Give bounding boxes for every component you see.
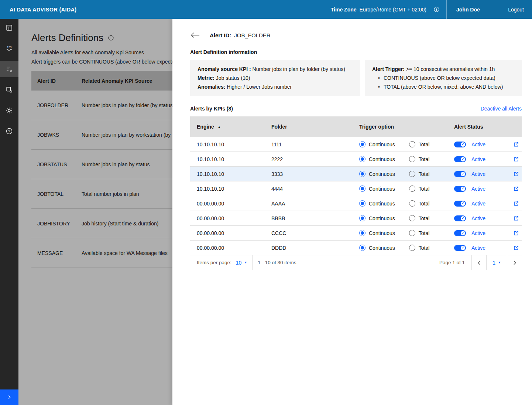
alert-status-toggle[interactable]	[454, 142, 466, 147]
radio-button-icon[interactable]	[359, 186, 365, 192]
engine-cell: 10.10.10.10	[190, 186, 265, 192]
alert-status-toggle[interactable]	[454, 201, 466, 207]
radio-button-icon[interactable]	[409, 141, 415, 147]
expand-sidebar-button[interactable]	[0, 389, 18, 405]
radio-option-total[interactable]: Total	[409, 215, 430, 221]
radio-option-total[interactable]: Total	[409, 245, 430, 251]
open-alert-button[interactable]	[513, 215, 519, 221]
radio-label-total: Total	[419, 142, 430, 147]
open-alert-button[interactable]	[513, 142, 519, 147]
radio-button-icon[interactable]	[409, 230, 415, 236]
radio-option-total[interactable]: Total	[409, 186, 430, 192]
open-alert-button[interactable]	[513, 201, 519, 207]
alert-status-toggle[interactable]	[454, 245, 466, 251]
open-alert-button[interactable]	[513, 230, 519, 236]
radio-button-icon[interactable]	[359, 171, 365, 177]
radio-option-continuous[interactable]: Continuous	[359, 245, 395, 251]
alert-status-toggle[interactable]	[454, 171, 466, 177]
box-gear-icon	[6, 86, 13, 93]
sidebar-item-alerts-definitions[interactable]	[0, 61, 18, 77]
items-range-text: 1 - 10 of 30 items	[258, 260, 296, 265]
radio-option-continuous[interactable]: Continuous	[359, 200, 395, 207]
trigger-bullet-2: TOTAL (above OR below, mixed: above AND …	[372, 82, 514, 91]
column-engine[interactable]: Engine▲	[190, 124, 265, 130]
radio-button-icon[interactable]	[359, 245, 365, 251]
sidebar-item-kpi-predictions[interactable]: 123	[0, 40, 18, 57]
radio-label-total: Total	[419, 215, 430, 221]
deactivate-all-alerts-link[interactable]: Deactive all Alerts	[481, 106, 522, 112]
previous-page-button[interactable]	[471, 255, 486, 270]
alert-status-toggle[interactable]	[454, 215, 466, 221]
radio-option-total[interactable]: Total	[409, 141, 430, 147]
alert-status-label: Active	[471, 201, 485, 207]
radio-button-icon[interactable]	[409, 245, 415, 251]
radio-label-total: Total	[419, 156, 430, 162]
toggle-knob	[461, 216, 465, 221]
radio-label-continuous: Continuous	[369, 245, 395, 251]
anomalies-value: Higher / Lower Jobs number	[227, 84, 292, 90]
radio-button-icon[interactable]	[359, 141, 365, 147]
launch-icon	[513, 186, 519, 192]
section-title: Alert Definition information	[190, 49, 522, 55]
table-row[interactable]: 00.00.00.00 BBBB Continuous Total Active	[190, 211, 522, 226]
next-page-button[interactable]	[507, 255, 522, 270]
sort-ascending-icon: ▲	[218, 125, 221, 129]
table-row[interactable]: 10.10.10.10 4444 Continuous Total Active	[190, 181, 522, 196]
radio-button-icon[interactable]	[409, 171, 415, 177]
timezone-info-icon[interactable]	[433, 6, 440, 13]
radio-option-continuous[interactable]: Continuous	[359, 230, 395, 236]
radio-label-continuous: Continuous	[369, 156, 395, 162]
radio-button-icon[interactable]	[409, 156, 415, 162]
toggle-knob	[461, 142, 465, 147]
radio-button-icon[interactable]	[409, 215, 415, 221]
open-alert-button[interactable]	[513, 245, 519, 251]
open-alert-button[interactable]	[513, 171, 519, 177]
radio-option-continuous[interactable]: Continuous	[359, 141, 395, 147]
radio-option-continuous[interactable]: Continuous	[359, 186, 395, 192]
modal-overlay	[18, 19, 172, 405]
back-button[interactable]	[190, 32, 200, 38]
metric-label: Metric:	[198, 75, 214, 81]
alert-status-toggle[interactable]	[454, 186, 466, 192]
column-trigger-option: Trigger option	[353, 124, 447, 130]
alert-status-toggle[interactable]	[454, 156, 466, 162]
timezone-value: Europe/Rome (GMT + 02:00)	[360, 7, 426, 13]
table-row[interactable]: 10.10.10.10 3333 Continuous Total Active	[190, 167, 522, 181]
alerts-by-kpis-label: Alerts by KPIs (8)	[190, 106, 233, 112]
sidebar-item-help[interactable]: ?	[0, 123, 18, 139]
trigger-info-box: Alert Trigger: >= 10 consecutive anomali…	[365, 60, 522, 96]
table-row[interactable]: 00.00.00.00 DDDD Continuous Total Active	[190, 241, 522, 255]
open-alert-button[interactable]	[513, 156, 519, 162]
page-number-select[interactable]: 1▼	[486, 255, 507, 270]
items-per-page-select[interactable]: 10▼	[236, 260, 247, 266]
radio-button-icon[interactable]	[359, 215, 365, 221]
radio-option-continuous[interactable]: Continuous	[359, 171, 395, 177]
alert-status-toggle[interactable]	[454, 230, 466, 236]
radio-option-total[interactable]: Total	[409, 156, 430, 162]
sidebar-item-data-management[interactable]	[0, 82, 18, 98]
table-row[interactable]: 00.00.00.00 AAAA Continuous Total Active	[190, 196, 522, 211]
radio-option-total[interactable]: Total	[409, 230, 430, 236]
icon-rail: 123 ?	[0, 19, 18, 405]
radio-option-total[interactable]: Total	[409, 200, 430, 207]
radio-option-continuous[interactable]: Continuous	[359, 156, 395, 162]
folder-cell: DDDD	[265, 245, 353, 251]
table-row[interactable]: 10.10.10.10 2222 Continuous Total Active	[190, 152, 522, 167]
radio-button-icon[interactable]	[409, 200, 415, 207]
alert-detail-panel: Alert ID:JOB_FOLDER Alert Definition inf…	[172, 19, 532, 405]
engine-cell: 10.10.10.10	[190, 171, 265, 177]
table-row[interactable]: 10.10.10.10 1111 Continuous Total Active	[190, 137, 522, 152]
radio-option-total[interactable]: Total	[409, 171, 430, 177]
trigger-value: >= 10 consecutive anomalies within 1h	[406, 66, 495, 72]
table-row[interactable]: 00.00.00.00 CCCC Continuous Total Active	[190, 226, 522, 241]
logout-button[interactable]: Logout	[508, 7, 524, 13]
radio-button-icon[interactable]	[409, 186, 415, 192]
table-header: Engine▲ Folder Trigger option Alert Stat…	[190, 116, 522, 137]
radio-button-icon[interactable]	[359, 230, 365, 236]
radio-button-icon[interactable]	[359, 156, 365, 162]
open-alert-button[interactable]	[513, 186, 519, 192]
radio-option-continuous[interactable]: Continuous	[359, 215, 395, 221]
radio-button-icon[interactable]	[359, 200, 365, 207]
sidebar-item-dashboard[interactable]	[0, 20, 18, 36]
sidebar-item-settings[interactable]	[0, 102, 18, 119]
